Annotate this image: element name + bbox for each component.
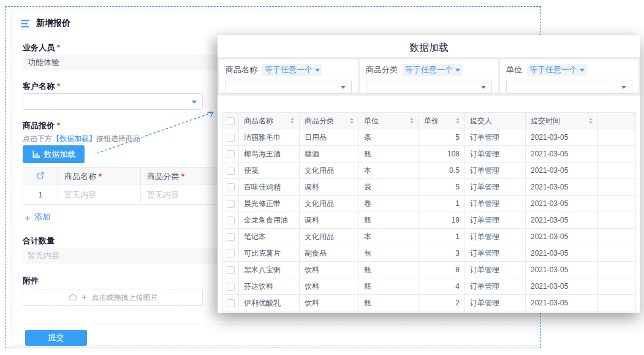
column-header[interactable]: 商品分类 <box>300 113 359 129</box>
column-header[interactable]: 提交时间 <box>526 113 598 129</box>
table-row[interactable]: 椰岛海王酒糖酒瓶108订单管理2021-03-05 <box>223 146 636 162</box>
sort-icon[interactable] <box>589 118 593 124</box>
select-all-header <box>223 113 239 129</box>
table-cell: 瓶 <box>359 278 419 295</box>
table-cell: 本 <box>359 229 419 245</box>
row-checkbox[interactable] <box>227 250 235 258</box>
table-cell: 3 <box>419 245 465 262</box>
table-cell: 瓶 <box>359 212 419 229</box>
salesperson-label: 业务人员* <box>23 42 60 53</box>
table-cell: 本 <box>359 162 419 179</box>
table-row[interactable]: 金龙鱼食用油调料瓶19订单管理2021-03-05 <box>223 212 636 229</box>
chevron-down-icon <box>455 69 460 72</box>
data-load-button[interactable]: 数据加载 <box>23 145 85 163</box>
table-cell: 5 <box>419 129 465 146</box>
table-cell-empty <box>598 179 636 196</box>
sort-icon[interactable] <box>410 118 414 124</box>
table-cell: 芬达饮料 <box>239 278 300 295</box>
submit-button[interactable]: 提交 <box>25 330 87 346</box>
table-cell-empty <box>598 196 636 212</box>
row-checkbox[interactable] <box>227 183 235 191</box>
filter-value-select[interactable] <box>225 80 352 94</box>
filter-card: 商品分类 等于任意一个 <box>360 59 498 93</box>
filter-card: 单位 等于任意一个 <box>500 59 638 93</box>
modal-table: 商品名称商品分类单位单价提交人提交时间 洁丽雅毛巾日用品条5订单管理2021-0… <box>222 112 636 313</box>
table-row[interactable]: 可比克薯片副食品包3订单管理2021-03-05 <box>223 245 636 262</box>
row-checkbox[interactable] <box>227 134 235 142</box>
table-row[interactable]: 笔记本文化用品本1订单管理2021-03-05 <box>223 229 636 245</box>
filter-value-select[interactable] <box>506 80 632 94</box>
row-checkbox[interactable] <box>227 167 235 175</box>
table-cell: 2021-03-05 <box>526 212 598 229</box>
row-checkbox[interactable] <box>227 299 235 307</box>
table-cell: 1 <box>419 196 465 212</box>
table-cell-empty <box>598 229 636 245</box>
table-row[interactable]: 晨光修正带文化用品卷1订单管理2021-03-05 <box>223 196 636 212</box>
column-header[interactable]: 商品名称 <box>239 113 300 129</box>
table-cell: 副食品 <box>300 245 359 262</box>
table-cell: 便笺 <box>239 162 300 179</box>
chevron-down-icon <box>192 101 197 104</box>
required-mark: * <box>99 172 102 181</box>
table-cell: 文化用品 <box>300 229 359 245</box>
filter-label: 单位 <box>506 64 522 75</box>
expand-table-button[interactable] <box>23 168 58 185</box>
table-cell-empty <box>598 212 636 229</box>
sort-icon[interactable] <box>350 118 354 124</box>
table-row[interactable]: 洁丽雅毛巾日用品条5订单管理2021-03-05 <box>223 129 636 146</box>
sort-icon[interactable] <box>290 118 294 124</box>
table-row[interactable]: 伊利优酸乳饮料瓶2订单管理2021-03-05 <box>223 295 636 311</box>
required-mark: * <box>57 121 60 130</box>
table-row-clipped <box>223 311 636 313</box>
table-cell: 笔记本 <box>239 229 300 245</box>
column-header[interactable]: 单价 <box>419 113 465 129</box>
row-checkbox[interactable] <box>227 266 235 274</box>
sort-icon[interactable] <box>456 118 460 124</box>
table-cell: 条 <box>359 129 419 146</box>
chevron-down-icon <box>580 69 585 72</box>
table-row[interactable]: 百味佳鸡精调料袋5订单管理2021-03-05 <box>223 179 636 196</box>
table-row[interactable]: 芬达饮料饮料瓶4订单管理2021-03-05 <box>223 278 636 295</box>
filter-operator-dropdown[interactable]: 等于任意一个 <box>262 64 322 76</box>
submit-separator <box>12 324 537 324</box>
table-cell: 4 <box>419 278 465 295</box>
table-cell-empty <box>598 262 636 278</box>
table-cell: 包 <box>359 245 419 262</box>
table-cell: 瓶 <box>359 295 419 311</box>
upload-dropzone[interactable]: ＋ 点击或拖拽上传图片 <box>23 289 203 306</box>
row-checkbox[interactable] <box>227 283 235 291</box>
table-row[interactable]: 便笺文化用品本0.5订单管理2021-03-05 <box>223 162 636 179</box>
table-cell: 文化用品 <box>300 196 359 212</box>
table-cell: 饮料 <box>300 278 359 295</box>
row-checkbox[interactable] <box>227 200 235 208</box>
row-checkbox[interactable] <box>227 216 235 224</box>
table-cell: 文化用品 <box>300 162 359 179</box>
filter-operator-dropdown[interactable]: 等于任意一个 <box>403 64 463 76</box>
select-all-checkbox[interactable] <box>227 117 235 125</box>
external-link-icon <box>36 171 45 180</box>
table-cell: 5 <box>419 179 465 196</box>
row-checkbox[interactable] <box>227 233 235 241</box>
table-cell: 8 <box>419 262 465 278</box>
filter-value-select[interactable] <box>366 80 492 94</box>
quote-col-name: 商品名称* <box>58 168 141 185</box>
table-cell-empty <box>598 162 636 179</box>
table-cell: 2021-03-05 <box>526 229 598 245</box>
table-cell: 订单管理 <box>465 179 526 196</box>
table-cell: 黑米八宝粥 <box>239 262 300 278</box>
row-checkbox[interactable] <box>227 150 235 158</box>
column-header[interactable]: 单位 <box>359 113 419 129</box>
total-label: 合计数量 <box>23 235 55 246</box>
table-cell: 2021-03-05 <box>526 278 598 295</box>
required-mark: * <box>57 82 60 91</box>
chevron-down-icon <box>341 86 346 89</box>
table-cell: 2021-03-05 <box>526 162 598 179</box>
add-row-button[interactable]: ＋ 添加 <box>23 212 50 223</box>
table-cell: 百味佳鸡精 <box>239 179 300 196</box>
table-cell: 可比克薯片 <box>239 245 300 262</box>
table-cell-empty <box>598 129 636 146</box>
table-row[interactable]: 黑米八宝粥饮料瓶8订单管理2021-03-05 <box>223 262 636 278</box>
table-cell: 伊利优酸乳 <box>239 295 300 311</box>
filter-operator-dropdown[interactable]: 等于任意一个 <box>527 64 587 76</box>
pointer-arrow <box>92 105 222 159</box>
